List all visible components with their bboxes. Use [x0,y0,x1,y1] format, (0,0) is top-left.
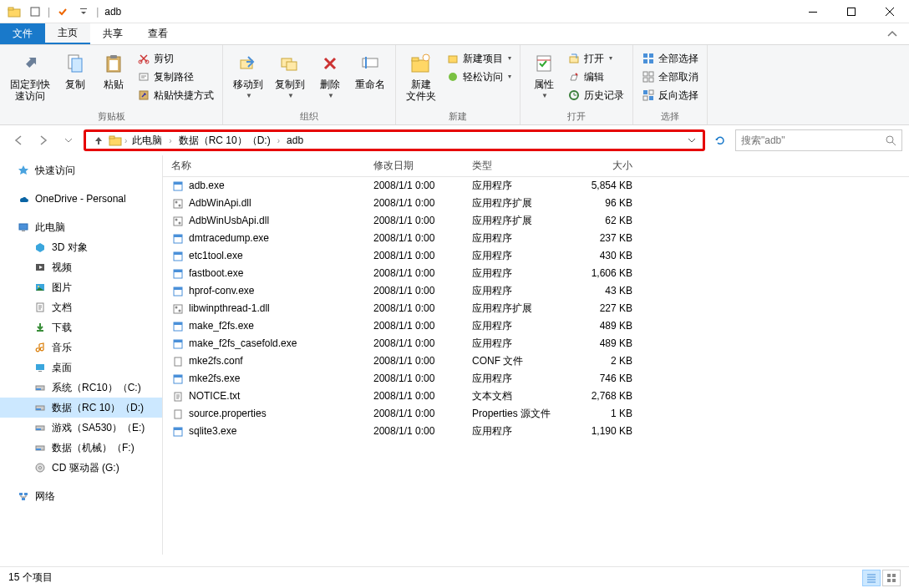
newfolder-button[interactable]: 新建 文件夹 [401,48,441,104]
file-name: source.properties [189,405,267,423]
file-row[interactable]: etc1tool.exe2008/1/1 0:00应用程序430 KB [163,247,909,265]
up-button[interactable] [89,134,108,146]
file-list[interactable]: adb.exe2008/1/1 0:00应用程序5,854 KBAdbWinAp… [163,177,909,555]
maximize-button[interactable] [832,0,871,23]
nav-datadrive[interactable]: 数据（RC 10）（D:) [0,398,162,418]
breadcrumb-1[interactable]: 此电脑 [129,134,165,148]
file-row[interactable]: make_f2fs.exe2008/1/1 0:00应用程序489 KB [163,317,909,335]
nav-3dobjects[interactable]: 3D 对象 [0,237,162,257]
selectall-button[interactable]: 全部选择 [638,50,702,67]
column-size[interactable]: 大小 [574,159,641,173]
file-date: 2008/1/1 0:00 [373,335,472,352]
nav-network[interactable]: 网络 [0,486,162,506]
nav-thispc[interactable]: 此电脑 [0,217,162,237]
file-name: libwinpthread-1.dll [189,300,270,317]
recent-dropdown[interactable] [58,130,79,150]
tab-share[interactable]: 共享 [90,23,135,44]
nav-cddrive[interactable]: CD 驱动器 (G:) [0,458,162,478]
nav-documents[interactable]: 文档 [0,297,162,317]
breadcrumb-3[interactable]: adb [283,134,307,146]
file-size: 746 KB [574,370,641,388]
qat-button-1[interactable] [26,3,44,21]
file-date: 2008/1/1 0:00 [373,282,472,300]
file-type: 应用程序 [472,247,574,265]
rename-button[interactable]: 重命名 [350,48,390,92]
pasteshortcut-button[interactable]: 粘贴快捷方式 [134,87,217,104]
file-row[interactable]: adb.exe2008/1/1 0:00应用程序5,854 KB [163,177,909,195]
pin-button[interactable]: 固定到快 速访问 [5,48,55,104]
qat-button-2[interactable] [53,3,72,21]
copypath-button[interactable]: 复制路径 [134,68,217,85]
forward-button[interactable] [33,130,53,150]
paste-button[interactable]: 粘贴 [95,48,132,92]
file-size: 5,854 KB [574,177,641,195]
file-icon [171,232,185,246]
search-placeholder: 搜索"adb" [741,134,785,148]
address-dropdown[interactable] [688,136,699,144]
nav-desktop[interactable]: 桌面 [0,357,162,378]
properties-button[interactable]: 属性▼ [526,48,562,104]
newitem-button[interactable]: 新建项目▾ [443,50,515,67]
view-details-button[interactable] [862,570,881,586]
nav-pictures[interactable]: 图片 [0,277,162,297]
breadcrumb-2[interactable]: 数据（RC 10）（D:) [175,134,274,148]
nav-gamedrive[interactable]: 游戏（SA530）（E:) [0,418,162,438]
tab-view[interactable]: 查看 [135,23,180,44]
file-row[interactable]: mke2fs.conf2008/1/1 0:00CONF 文件2 KB [163,352,909,370]
file-row[interactable]: hprof-conv.exe2008/1/1 0:00应用程序43 KB [163,282,909,300]
folder-icon [5,3,23,21]
search-input[interactable]: 搜索"adb" [735,129,902,151]
file-row[interactable]: make_f2fs_casefold.exe2008/1/1 0:00应用程序4… [163,335,909,352]
tab-home[interactable]: 主页 [45,23,90,44]
back-button[interactable] [8,130,28,150]
column-modified[interactable]: 修改日期 [373,159,472,173]
selectnone-button[interactable]: 全部取消 [638,68,702,85]
delete-button[interactable]: 删除▼ [312,48,348,104]
file-row[interactable]: AdbWinUsbApi.dll2008/1/1 0:00应用程序扩展62 KB [163,212,909,230]
file-row[interactable]: source.properties2008/1/1 0:00Properties… [163,405,909,423]
svg-rect-31 [649,59,653,63]
invertsel-button[interactable]: 反向选择 [638,87,702,104]
open-button[interactable]: 打开▾ [564,50,627,67]
file-date: 2008/1/1 0:00 [373,370,472,388]
file-row[interactable]: sqlite3.exe2008/1/1 0:00应用程序1,190 KB [163,423,909,440]
file-row[interactable]: mke2fs.exe2008/1/1 0:00应用程序746 KB [163,370,909,388]
file-row[interactable]: fastboot.exe2008/1/1 0:00应用程序1,606 KB [163,265,909,282]
easyaccess-button[interactable]: 轻松访问▾ [443,68,515,85]
copy-button[interactable]: 复制 [57,48,94,92]
nav-music[interactable]: 音乐 [0,337,162,357]
address-bar[interactable]: › 此电脑›数据（RC 10）（D:)›adb [84,129,705,151]
close-button[interactable] [871,0,909,23]
nav-onedrive[interactable]: OneDrive - Personal [0,189,162,209]
nav-mechdrive[interactable]: 数据（机械）（F:) [0,438,162,458]
refresh-button[interactable] [710,130,730,150]
file-row[interactable]: AdbWinApi.dll2008/1/1 0:00应用程序扩展96 KB [163,195,909,212]
nav-pane: 快速访问 OneDrive - Personal 此电脑 3D 对象 视频 图片… [0,155,163,555]
svg-rect-28 [643,53,647,58]
qat-dropdown[interactable] [74,3,93,21]
column-type[interactable]: 类型 [472,159,574,173]
file-row[interactable]: NOTICE.txt2008/1/1 0:00文本文档2,768 KB [163,388,909,405]
tab-file[interactable]: 文件 [0,23,45,44]
file-date: 2008/1/1 0:00 [373,317,472,335]
svg-rect-50 [36,364,44,370]
file-type: 应用程序扩展 [472,212,574,230]
collapse-ribbon-button[interactable] [876,23,909,44]
column-name[interactable]: 名称 [163,159,373,173]
file-row[interactable]: dmtracedump.exe2008/1/1 0:00应用程序237 KB [163,230,909,247]
edit-button[interactable]: 编辑 [564,68,627,85]
svg-rect-92 [175,410,181,418]
nav-sysdrive[interactable]: 系统（RC10）（C:) [0,378,162,398]
file-row[interactable]: libwinpthread-1.dll2008/1/1 0:00应用程序扩展22… [163,300,909,317]
moveto-button[interactable]: 移动到▼ [228,48,268,104]
file-type: 应用程序 [472,335,574,352]
ribbon-label-open: 打开 [526,109,627,123]
view-large-button[interactable] [882,570,901,586]
minimize-button[interactable] [794,0,832,23]
nav-videos[interactable]: 视频 [0,257,162,277]
nav-quickaccess[interactable]: 快速访问 [0,160,162,180]
nav-downloads[interactable]: 下载 [0,317,162,337]
copyto-button[interactable]: 复制到▼ [270,48,310,104]
cut-button[interactable]: 剪切 [134,50,217,67]
history-button[interactable]: 历史记录 [564,87,627,104]
